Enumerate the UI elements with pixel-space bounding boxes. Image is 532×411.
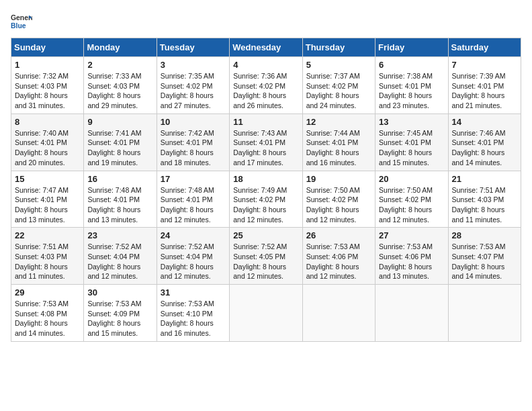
day-number: 26 <box>306 230 371 240</box>
sunrise: Sunrise: 7:51 AM <box>452 186 506 194</box>
daylight: Daylight: 8 hours and 13 minutes. <box>379 263 432 281</box>
day-cell: 6 Sunrise: 7:38 AM Sunset: 4:01 PM Dayli… <box>375 57 448 114</box>
sunset: Sunset: 4:01 PM <box>233 138 285 146</box>
sunrise: Sunrise: 7:33 AM <box>87 72 141 80</box>
logo: General Blue <box>11 11 34 32</box>
day-cell: 26 Sunrise: 7:53 AM Sunset: 4:06 PM Dayl… <box>302 228 375 285</box>
sunset: Sunset: 4:02 PM <box>306 195 359 203</box>
cell-content: Sunrise: 7:50 AM Sunset: 4:02 PM Dayligh… <box>306 185 371 225</box>
day-number: 10 <box>161 117 226 127</box>
cell-content: Sunrise: 7:52 AM Sunset: 4:05 PM Dayligh… <box>233 242 298 281</box>
day-cell: 7 Sunrise: 7:39 AM Sunset: 4:01 PM Dayli… <box>448 57 521 114</box>
sunrise: Sunrise: 7:41 AM <box>87 129 141 137</box>
sunrise: Sunrise: 7:53 AM <box>306 242 360 250</box>
day-cell: 2 Sunrise: 7:33 AM Sunset: 4:03 PM Dayli… <box>84 57 157 114</box>
sunset: Sunset: 4:02 PM <box>233 195 285 203</box>
day-cell <box>448 285 521 342</box>
day-number: 22 <box>15 230 80 240</box>
day-number: 20 <box>379 174 444 184</box>
day-cell <box>302 285 375 342</box>
day-cell: 12 Sunrise: 7:44 AM Sunset: 4:01 PM Dayl… <box>302 113 375 171</box>
day-cell: 3 Sunrise: 7:35 AM Sunset: 4:02 PM Dayli… <box>157 57 229 114</box>
sunrise: Sunrise: 7:48 AM <box>161 186 214 194</box>
daylight: Daylight: 8 hours and 15 minutes. <box>379 148 432 167</box>
cell-content: Sunrise: 7:51 AM Sunset: 4:03 PM Dayligh… <box>452 185 517 225</box>
sunrise: Sunrise: 7:47 AM <box>15 186 69 194</box>
daylight: Daylight: 8 hours and 29 minutes. <box>87 91 140 109</box>
daylight: Daylight: 8 hours and 19 minutes. <box>87 148 140 167</box>
day-number: 23 <box>87 230 152 240</box>
cell-content: Sunrise: 7:37 AM Sunset: 4:02 PM Dayligh… <box>306 71 371 111</box>
cell-content: Sunrise: 7:35 AM Sunset: 4:02 PM Dayligh… <box>161 71 226 111</box>
sunrise: Sunrise: 7:36 AM <box>233 72 287 80</box>
day-number: 2 <box>87 60 152 70</box>
day-cell: 15 Sunrise: 7:47 AM Sunset: 4:01 PM Dayl… <box>11 171 84 228</box>
daylight: Daylight: 8 hours and 12 minutes. <box>161 263 214 281</box>
sunset: Sunset: 4:06 PM <box>306 253 359 261</box>
week-row-0: 1 Sunrise: 7:32 AM Sunset: 4:03 PM Dayli… <box>11 57 521 114</box>
day-number: 18 <box>233 174 298 184</box>
sunset: Sunset: 4:04 PM <box>161 253 213 261</box>
week-row-2: 15 Sunrise: 7:47 AM Sunset: 4:01 PM Dayl… <box>11 171 521 228</box>
daylight: Daylight: 8 hours and 16 minutes. <box>306 148 359 167</box>
daylight: Daylight: 8 hours and 31 minutes. <box>15 91 68 109</box>
page-header: General Blue <box>11 11 521 32</box>
cell-content: Sunrise: 7:33 AM Sunset: 4:03 PM Dayligh… <box>87 71 152 111</box>
daylight: Daylight: 8 hours and 15 minutes. <box>87 319 140 337</box>
day-cell: 28 Sunrise: 7:53 AM Sunset: 4:07 PM Dayl… <box>448 228 521 285</box>
sunrise: Sunrise: 7:42 AM <box>161 129 214 137</box>
sunrise: Sunrise: 7:43 AM <box>233 129 287 137</box>
sunrise: Sunrise: 7:53 AM <box>87 300 141 308</box>
day-number: 8 <box>15 117 80 127</box>
day-cell: 1 Sunrise: 7:32 AM Sunset: 4:03 PM Dayli… <box>11 57 84 114</box>
sunrise: Sunrise: 7:53 AM <box>379 242 433 250</box>
calendar-table: SundayMondayTuesdayWednesdayThursdayFrid… <box>11 38 521 342</box>
day-number: 17 <box>161 174 226 184</box>
col-header-sunday: Sunday <box>11 38 84 57</box>
day-cell: 18 Sunrise: 7:49 AM Sunset: 4:02 PM Dayl… <box>230 171 302 228</box>
cell-content: Sunrise: 7:53 AM Sunset: 4:07 PM Dayligh… <box>452 242 517 281</box>
cell-content: Sunrise: 7:43 AM Sunset: 4:01 PM Dayligh… <box>233 128 298 168</box>
day-cell: 19 Sunrise: 7:50 AM Sunset: 4:02 PM Dayl… <box>302 171 375 228</box>
day-cell: 23 Sunrise: 7:52 AM Sunset: 4:04 PM Dayl… <box>84 228 157 285</box>
cell-content: Sunrise: 7:38 AM Sunset: 4:01 PM Dayligh… <box>379 71 444 111</box>
day-cell: 13 Sunrise: 7:45 AM Sunset: 4:01 PM Dayl… <box>375 113 448 171</box>
sunset: Sunset: 4:03 PM <box>87 82 140 90</box>
day-number: 14 <box>452 117 517 127</box>
daylight: Daylight: 8 hours and 27 minutes. <box>161 91 214 109</box>
day-number: 12 <box>306 117 371 127</box>
day-cell: 24 Sunrise: 7:52 AM Sunset: 4:04 PM Dayl… <box>157 228 229 285</box>
svg-text:Blue: Blue <box>11 22 26 30</box>
cell-content: Sunrise: 7:32 AM Sunset: 4:03 PM Dayligh… <box>15 71 80 111</box>
day-cell <box>375 285 448 342</box>
day-number: 31 <box>161 287 226 298</box>
sunset: Sunset: 4:06 PM <box>379 253 431 261</box>
cell-content: Sunrise: 7:48 AM Sunset: 4:01 PM Dayligh… <box>87 185 152 225</box>
day-number: 28 <box>452 230 517 240</box>
sunset: Sunset: 4:01 PM <box>161 195 213 203</box>
day-number: 9 <box>87 117 152 127</box>
daylight: Daylight: 8 hours and 12 minutes. <box>306 263 359 281</box>
sunrise: Sunrise: 7:51 AM <box>15 242 69 250</box>
day-cell: 5 Sunrise: 7:37 AM Sunset: 4:02 PM Dayli… <box>302 57 375 114</box>
day-number: 3 <box>161 60 226 70</box>
sunrise: Sunrise: 7:45 AM <box>379 129 433 137</box>
sunset: Sunset: 4:01 PM <box>87 138 140 146</box>
day-cell: 21 Sunrise: 7:51 AM Sunset: 4:03 PM Dayl… <box>448 171 521 228</box>
cell-content: Sunrise: 7:44 AM Sunset: 4:01 PM Dayligh… <box>306 128 371 168</box>
sunset: Sunset: 4:01 PM <box>452 138 504 146</box>
daylight: Daylight: 8 hours and 20 minutes. <box>15 148 68 167</box>
sunset: Sunset: 4:03 PM <box>452 195 504 203</box>
day-cell: 27 Sunrise: 7:53 AM Sunset: 4:06 PM Dayl… <box>375 228 448 285</box>
cell-content: Sunrise: 7:46 AM Sunset: 4:01 PM Dayligh… <box>452 128 517 168</box>
cell-content: Sunrise: 7:42 AM Sunset: 4:01 PM Dayligh… <box>161 128 226 168</box>
sunrise: Sunrise: 7:35 AM <box>161 72 214 80</box>
day-cell: 30 Sunrise: 7:53 AM Sunset: 4:09 PM Dayl… <box>84 285 157 342</box>
daylight: Daylight: 8 hours and 21 minutes. <box>452 91 505 109</box>
day-number: 7 <box>452 60 517 70</box>
sunrise: Sunrise: 7:39 AM <box>452 72 506 80</box>
week-row-1: 8 Sunrise: 7:40 AM Sunset: 4:01 PM Dayli… <box>11 113 521 171</box>
col-header-friday: Friday <box>375 38 448 57</box>
day-cell: 17 Sunrise: 7:48 AM Sunset: 4:01 PM Dayl… <box>157 171 229 228</box>
day-cell: 31 Sunrise: 7:53 AM Sunset: 4:10 PM Dayl… <box>157 285 229 342</box>
